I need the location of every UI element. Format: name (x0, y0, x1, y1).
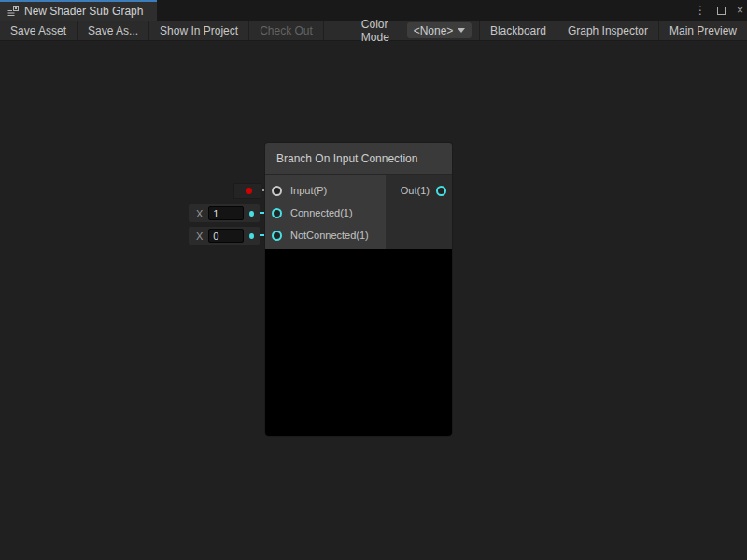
red-indicator-dot (246, 188, 252, 194)
close-icon[interactable]: × (737, 4, 743, 17)
show-in-project-button[interactable]: Show In Project (149, 21, 249, 40)
subgraph-icon (7, 6, 19, 17)
tab-title: New Shader Sub Graph (24, 5, 143, 18)
window-controls: ⋮ × (695, 0, 743, 21)
x-axis-label: X (196, 208, 203, 219)
node-branch-on-input-connection[interactable]: Branch On Input Connection Input(P) Conn… (265, 143, 452, 436)
node-input-column: Input(P) Connected(1) NotConnected(1) (265, 175, 386, 249)
notconnected-value-field[interactable] (208, 229, 244, 243)
tab-new-shader-sub-graph[interactable]: New Shader Sub Graph (0, 0, 157, 21)
maximize-icon[interactable] (717, 7, 726, 15)
connected-port-icon[interactable] (272, 208, 282, 218)
color-mode-value: <None> (414, 24, 454, 37)
color-mode-dropdown[interactable]: <None> (407, 22, 472, 38)
node-preview[interactable] (265, 249, 452, 436)
port-dot-icon (249, 233, 254, 239)
port-label: Connected(1) (290, 207, 353, 218)
main-preview-button[interactable]: Main Preview (658, 21, 747, 40)
input-port-icon[interactable] (272, 186, 282, 196)
port-label: Out(1) (401, 185, 430, 196)
port-row-notconnected: NotConnected(1) (265, 224, 386, 246)
notconnected-default-widget: X (189, 227, 260, 245)
x-axis-label: X (196, 231, 203, 242)
notconnected-port-icon[interactable] (272, 231, 282, 241)
save-as-button[interactable]: Save As... (78, 21, 149, 40)
port-row-connected: Connected(1) (265, 202, 386, 224)
node-output-column: Out(1) (386, 175, 452, 249)
graph-canvas[interactable]: X X Branch On Input Connection Input(P) (0, 41, 747, 560)
node-title[interactable]: Branch On Input Connection (265, 143, 452, 175)
port-row-input: Input(P) (265, 179, 386, 202)
out-port-icon[interactable] (436, 186, 446, 196)
port-dot-icon (249, 211, 254, 217)
blackboard-button[interactable]: Blackboard (479, 21, 557, 40)
port-row-out: Out(1) (386, 179, 452, 202)
connected-default-widget: X (189, 204, 260, 222)
toolbar: Save Asset Save As... Show In Project Ch… (0, 21, 747, 41)
node-body: Input(P) Connected(1) NotConnected(1) Ou… (265, 175, 452, 249)
inputp-default-widget[interactable] (233, 183, 261, 199)
check-out-button: Check Out (249, 21, 324, 40)
port-label: NotConnected(1) (290, 230, 369, 241)
port-label: Input(P) (290, 185, 327, 196)
color-mode-label: Color Mode (354, 21, 407, 40)
chevron-down-icon (458, 28, 465, 33)
graph-inspector-button[interactable]: Graph Inspector (557, 21, 658, 40)
shader-graph-window: New Shader Sub Graph ⋮ × Save Asset Save… (0, 0, 747, 560)
connected-value-field[interactable] (208, 206, 244, 220)
save-asset-button[interactable]: Save Asset (0, 21, 78, 40)
menu-icon[interactable]: ⋮ (695, 4, 706, 17)
